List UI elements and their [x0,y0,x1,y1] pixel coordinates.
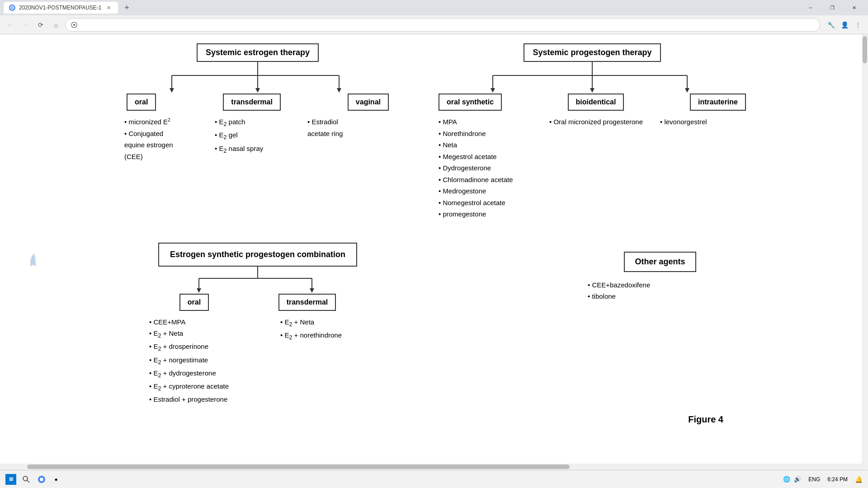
svg-marker-9 [337,88,341,93]
estrogen-header-text: Systemic estrogen therapy [206,48,310,57]
oral-synthetic-label: oral synthetic [447,98,494,106]
estrogen-bullets: micronized E2 Conjugatedequine estrogen(… [118,111,398,162]
page-content: Systemic estrogen therapy [0,34,868,470]
toolbar-icons: 🔧 👤 ⋮ [825,19,864,31]
combo-section: Estrogen synthetic progestogen combinati… [118,243,398,405]
search-taskbar-button[interactable] [20,473,33,486]
start-button[interactable]: ⊞ [5,474,16,485]
other-agents-label: Other agents [635,257,685,266]
bullet-item: E2 gel [215,129,301,142]
bullet-item: micronized E2 [124,116,203,128]
estrogen-section: Systemic estrogen therapy [118,43,398,220]
combo-oral-bullets: CEE+MPA E2 + Neta E2 + drosperinone E2 +… [131,316,249,405]
scrollbar-thumb[interactable] [863,36,867,63]
bullet-item: E2 + Neta [149,328,249,341]
horizontal-scrollbar-thumb[interactable] [27,465,570,469]
progestogen-subboxes: oral synthetic bioidentical intrauterine [434,94,750,111]
vaginal-box: vaginal [348,94,389,111]
transdermal-bullets: E2 patch E2 gel E2 nasal spray [210,116,301,162]
svg-marker-7 [255,88,260,93]
bullet-item: Estradiolacetate ring [307,116,398,139]
diagram-wrapper: Systemic estrogen therapy [118,43,750,425]
window-controls: ─ ❐ ✕ [800,0,864,15]
vaginal-label: vaginal [356,98,381,106]
address-bar[interactable] [65,18,820,32]
other-agents-box: Other agents [624,252,696,272]
bullet-item: E2 + Neta [280,316,384,329]
diagram-bottom: Estrogen synthetic progestogen combinati… [118,243,750,405]
url-input[interactable] [80,21,814,28]
combo-header-box: Estrogen synthetic progestogen combinati… [158,243,357,267]
bullet-item: Oral micronized progesterone [549,116,658,128]
vaginal-bullets: Estradiolacetate ring [307,116,398,162]
language-indicator: ENG [808,476,820,483]
close-button[interactable]: ✕ [844,0,864,15]
volume-icon: 🔊 [794,476,801,483]
horizontal-scrollbar[interactable] [0,464,868,470]
home-button[interactable]: ⌂ [50,19,62,31]
bioidentical-box: bioidentical [568,94,624,111]
svg-marker-5 [170,88,174,93]
oral-box: oral [127,94,156,111]
svg-marker-17 [685,88,689,93]
combo-oral-box: oral [179,294,209,311]
forward-button[interactable]: → [19,19,32,31]
transdermal-box: transdermal [223,94,281,111]
bullet-item: E2 + cyproterone acetate [149,380,249,394]
bullet-item: E2 + drosperinone [149,341,249,354]
oral-label: oral [135,98,148,106]
oral-synthetic-bullets: MPA Norethindrone Neta Megestrol acetate… [434,116,547,220]
progestogen-bullets: MPA Norethindrone Neta Megestrol acetate… [434,111,750,220]
minimize-button[interactable]: ─ [800,0,821,15]
notification-button[interactable]: 🔔 [855,476,863,483]
intrauterine-box: intrauterine [690,94,746,111]
title-bar: 2020NOV1-POSTMENOPAUSE-1 ✕ + ─ ❐ ✕ [0,0,868,15]
extensions-button[interactable]: 🔧 [825,19,837,31]
other-agents-section: Other agents CEE+bazedoxifene tibolone [570,252,750,302]
svg-point-24 [23,476,28,481]
chrome-taskbar-button[interactable] [36,474,47,485]
svg-marker-15 [590,88,594,93]
bullet-item: Nomegestrol acetate [439,197,547,209]
tab-close-button[interactable]: ✕ [105,4,113,11]
combo-connectors [118,267,398,294]
bullet-item: E2 nasal spray [215,143,301,156]
svg-marker-13 [491,88,495,93]
refresh-button[interactable]: ⟳ [34,19,47,31]
new-tab-button[interactable]: + [122,2,132,13]
svg-marker-23 [310,288,314,293]
site-info-icon [71,22,77,28]
bullet-item: CEE+bazedoxifene [588,279,750,291]
other-agents-bullets: CEE+bazedoxifene tibolone [570,279,750,302]
estrogen-subboxes: oral transdermal vaginal [118,94,398,111]
network-icon: 🌐 [783,476,790,483]
profile-button[interactable]: 👤 [838,19,851,31]
combo-transdermal-label: transdermal [287,298,328,306]
maximize-button[interactable]: ❐ [822,0,843,15]
bullet-item: Chlormadinone acetate [439,174,547,186]
bullet-item: CEE+MPA [149,316,249,328]
progestogen-section: Systemic progestogen therapy [434,43,750,220]
progestogen-header-text: Systemic progestogen therapy [533,48,651,57]
bullet-item: tibolone [588,291,750,302]
progestogen-connectors [434,62,750,94]
bullet-item: Dydrogesterone [439,162,547,174]
combo-bullets: CEE+MPA E2 + Neta E2 + drosperinone E2 +… [118,311,398,405]
bullet-item: Estradiol + progesterone [149,394,249,405]
svg-point-27 [40,478,43,481]
oral-bullets: micronized E2 Conjugatedequine estrogen(… [118,116,203,162]
taskbar-right: 🌐 🔊 ENG 6:24 PM 🔔 [783,476,863,483]
vertical-scrollbar[interactable] [862,34,868,470]
oral-synthetic-box: oral synthetic [439,94,502,111]
diagram-top: Systemic estrogen therapy [118,43,750,220]
menu-button[interactable]: ⋮ [852,19,864,31]
progestogen-header-box: Systemic progestogen therapy [524,43,660,62]
browser-tab[interactable]: 2020NOV1-POSTMENOPAUSE-1 ✕ [4,2,118,14]
bioidentical-bullets: Oral micronized progesterone [549,116,658,220]
bullet-item: MPA [439,116,547,128]
bioidentical-label: bioidentical [576,98,616,106]
bullet-item: E2 + norethindrone [280,329,384,343]
obs-taskbar-button[interactable]: ● [51,474,61,485]
bullet-item: Norethindrone [439,128,547,140]
back-button[interactable]: ← [4,19,16,31]
